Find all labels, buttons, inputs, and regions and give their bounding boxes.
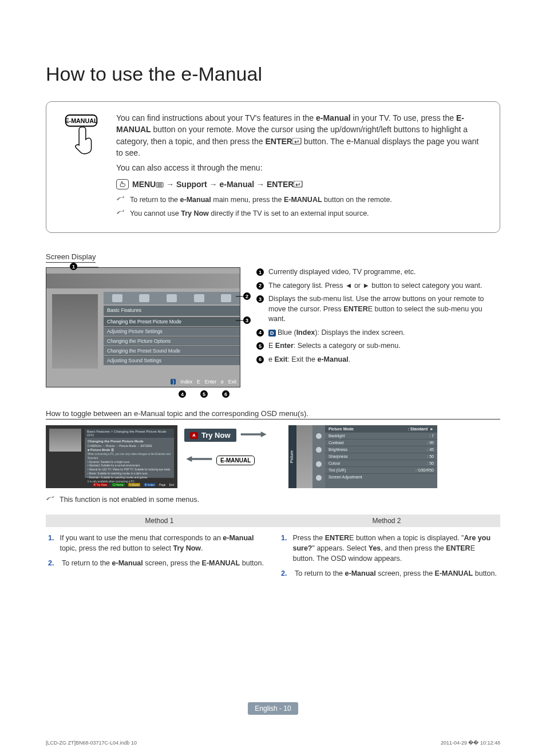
- callout-3: 3: [243, 316, 251, 324]
- svg-text:E-MANUAL: E-MANUAL: [65, 117, 98, 124]
- remote-button-icon: E-MANUAL: [59, 112, 104, 219]
- screen-display-section: Basic Features Changing the Preset Pictu…: [46, 267, 500, 387]
- svg-rect-7: [294, 181, 302, 187]
- intro-text: You can find instructions about your TV'…: [116, 112, 487, 219]
- page-number-badge: English - 10: [248, 702, 298, 715]
- legend-item: 5E Enter: Selects a category or sub-menu…: [256, 341, 500, 351]
- legend-item: 1Currently displayed video, TV programme…: [256, 267, 500, 278]
- note-icon: [116, 209, 126, 219]
- svg-rect-2: [292, 138, 301, 144]
- method-step: 2.To return to the e-Manual screen, pres…: [48, 558, 265, 568]
- manual-page: How to use the e-Manual E-MANUAL You can…: [0, 0, 546, 756]
- note-icon: [46, 495, 56, 505]
- callout-4: 4: [179, 390, 186, 398]
- screen-display-legend: 1Currently displayed video, TV programme…: [256, 267, 500, 387]
- method-step: 1.Press the ENTERE button when a topic i…: [281, 533, 498, 564]
- content-box: E-MANUAL You can find instructions about…: [46, 101, 500, 233]
- note-1: To return to the e-Manual main menu, pre…: [116, 195, 487, 205]
- note-icon: [116, 195, 126, 205]
- method-step: 2.To return to the e-Manual screen, pres…: [281, 568, 498, 579]
- page-title: How to use the e-Manual: [46, 63, 500, 85]
- hand-icon: [116, 179, 129, 189]
- legend-item: 3Displays the sub-menu list. Use the arr…: [256, 294, 500, 324]
- method-step: 1.If you want to use the menu that corre…: [48, 533, 265, 553]
- callout-5: 5: [200, 390, 208, 398]
- print-mark: [LCD-ZG ZT]BN68-03717C-L04.indb 10 2011-…: [46, 740, 500, 746]
- arrow-right-icon: [240, 430, 268, 441]
- screen-display-heading: Screen Display: [46, 252, 96, 263]
- methods-header: Method 1 Method 2: [46, 514, 500, 527]
- toggle-note: This function is not enabled in some men…: [46, 495, 500, 505]
- emanual-screenshot: Basic Features > Changing the Preset Pic…: [46, 425, 177, 488]
- callout-2: 2: [243, 292, 251, 300]
- legend-item: 4D Blue (Index): Displays the index scre…: [256, 328, 500, 338]
- emanual-pill: E-MANUAL: [216, 456, 255, 465]
- osd-screenshot: Picture Picture Mode: Standard ►Backligh…: [288, 425, 437, 488]
- toggle-heading: How to toggle between an e-Manual topic …: [46, 409, 500, 419]
- menu-path: MENU → Support → e-Manual → ENTER: [116, 179, 487, 189]
- tv-screenshot: Basic Features Changing the Preset Pictu…: [46, 267, 240, 387]
- try-now-pill: ATry Now: [184, 429, 236, 442]
- legend-item: 6e Exit: Exit the e-Manual.: [256, 355, 500, 365]
- toggle-diagram: Basic Features > Changing the Preset Pic…: [46, 425, 500, 488]
- methods-body: 1.If you want to use the menu that corre…: [46, 527, 500, 584]
- legend-item: 2The category list. Press ◄ or ► button …: [256, 281, 500, 291]
- note-2: You cannot use Try Now directly if the T…: [116, 209, 487, 219]
- arrow-left-icon: [184, 454, 213, 466]
- page-footer: English - 10: [0, 702, 546, 715]
- callout-6: 6: [222, 390, 230, 398]
